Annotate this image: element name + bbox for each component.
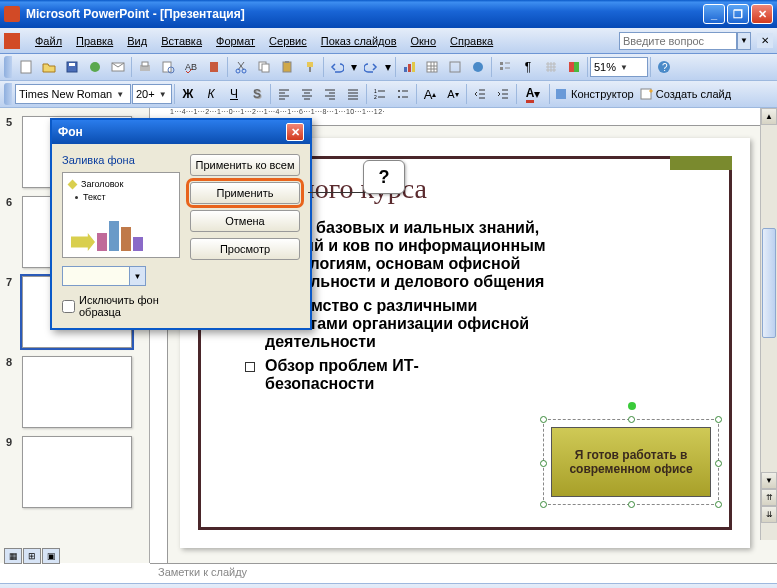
bold-icon[interactable]: Ж <box>177 83 199 105</box>
apply-all-button[interactable]: Применить ко всем <box>190 154 300 176</box>
new-icon[interactable] <box>15 56 37 78</box>
normal-view-button[interactable]: ▦ <box>4 548 22 564</box>
zoom-combo[interactable]: 51%▼ <box>590 57 648 77</box>
maximize-button[interactable]: ❐ <box>727 4 749 24</box>
copy-icon[interactable] <box>253 56 275 78</box>
svg-point-33 <box>398 90 400 92</box>
color-grayscale-icon[interactable] <box>563 56 585 78</box>
sorter-view-button[interactable]: ⊞ <box>23 548 41 564</box>
doc-close-button[interactable]: ✕ <box>757 33 773 48</box>
email-icon[interactable] <box>107 56 129 78</box>
help-search-input[interactable] <box>619 32 737 50</box>
format-painter-icon[interactable] <box>299 56 321 78</box>
window-title: Microsoft PowerPoint - [Презентация] <box>26 7 703 21</box>
fill-color-combo[interactable]: ▼ <box>62 266 146 286</box>
align-center-icon[interactable] <box>296 83 318 105</box>
align-right-icon[interactable] <box>319 83 341 105</box>
svg-text:?: ? <box>662 62 668 73</box>
font-size-combo[interactable]: 20+▼ <box>132 84 172 104</box>
notes-pane[interactable]: Заметки к слайду <box>150 563 777 583</box>
svg-rect-17 <box>307 62 313 67</box>
vertical-scrollbar[interactable]: ▲ ▼ ⇈ ⇊ <box>760 108 777 540</box>
menu-edit[interactable]: Правка <box>69 33 120 49</box>
question-tooltip: ? <box>363 160 405 194</box>
menu-format[interactable]: Формат <box>209 33 262 49</box>
scroll-thumb[interactable] <box>762 228 776 338</box>
redo-dropdown[interactable]: ▾ <box>383 56 393 78</box>
menu-tools[interactable]: Сервис <box>262 33 314 49</box>
underline-icon[interactable]: Ч <box>223 83 245 105</box>
font-name-combo[interactable]: Times New Roman▼ <box>15 84 131 104</box>
next-slide-button[interactable]: ⇊ <box>761 506 777 523</box>
bulleted-list-icon[interactable] <box>392 83 414 105</box>
show-grid-icon[interactable] <box>540 56 562 78</box>
help-icon[interactable]: ? <box>653 56 675 78</box>
minimize-button[interactable]: _ <box>703 4 725 24</box>
align-justify-icon[interactable] <box>342 83 364 105</box>
svg-point-24 <box>473 62 483 72</box>
align-left-icon[interactable] <box>273 83 295 105</box>
drawing-toolbar <box>0 583 777 588</box>
spellcheck-icon[interactable]: AB <box>180 56 202 78</box>
slideshow-view-button[interactable]: ▣ <box>42 548 60 564</box>
svg-rect-27 <box>569 62 574 72</box>
close-button[interactable]: ✕ <box>751 4 773 24</box>
svg-rect-10 <box>210 62 218 72</box>
decrease-font-icon[interactable]: A▾ <box>442 83 464 105</box>
increase-font-icon[interactable]: A▴ <box>419 83 441 105</box>
cut-icon[interactable] <box>230 56 252 78</box>
menu-insert[interactable]: Вставка <box>154 33 209 49</box>
svg-rect-35 <box>556 89 566 99</box>
menu-file[interactable]: Файл <box>28 33 69 49</box>
svg-rect-19 <box>404 67 407 72</box>
permission-icon[interactable] <box>84 56 106 78</box>
undo-icon[interactable] <box>326 56 348 78</box>
insert-table-icon[interactable] <box>421 56 443 78</box>
italic-icon[interactable]: К <box>200 83 222 105</box>
bullet-text: Обзор проблем ИТ-безопасности <box>265 357 465 393</box>
save-icon[interactable] <box>61 56 83 78</box>
shadow-icon[interactable]: S <box>246 83 268 105</box>
dialog-close-button[interactable]: ✕ <box>286 123 304 141</box>
print-preview-icon[interactable] <box>157 56 179 78</box>
svg-rect-15 <box>283 62 291 72</box>
redo-icon[interactable] <box>360 56 382 78</box>
research-icon[interactable] <box>203 56 225 78</box>
dialog-title: Фон <box>58 125 83 139</box>
open-icon[interactable] <box>38 56 60 78</box>
titlebar: Microsoft PowerPoint - [Презентация] _ ❐… <box>0 0 777 28</box>
decrease-indent-icon[interactable] <box>469 83 491 105</box>
exclude-master-checkbox[interactable]: Исключить фон образца <box>62 294 180 318</box>
menu-help[interactable]: Справка <box>443 33 500 49</box>
tables-borders-icon[interactable] <box>444 56 466 78</box>
menu-slideshow[interactable]: Показ слайдов <box>314 33 404 49</box>
increase-indent-icon[interactable] <box>492 83 514 105</box>
numbered-list-icon[interactable]: 12 <box>369 83 391 105</box>
menu-window[interactable]: Окно <box>404 33 444 49</box>
apply-button[interactable]: Применить <box>190 182 300 204</box>
fill-preview: Заголовок Текст <box>62 172 180 258</box>
cancel-button[interactable]: Отмена <box>190 210 300 232</box>
help-dropdown[interactable]: ▼ <box>737 32 751 50</box>
scroll-down-button[interactable]: ▼ <box>761 472 777 489</box>
paste-icon[interactable] <box>276 56 298 78</box>
insert-chart-icon[interactable] <box>398 56 420 78</box>
prev-slide-button[interactable]: ⇈ <box>761 489 777 506</box>
standard-toolbar: AB ▾ ▾ ¶ 51%▼ ? <box>0 54 777 81</box>
slide-callout-shape[interactable]: Я готов работать в современном офисе <box>551 427 711 497</box>
undo-dropdown[interactable]: ▾ <box>349 56 359 78</box>
print-icon[interactable] <box>134 56 156 78</box>
new-slide-button[interactable]: Создать слайд <box>637 87 733 101</box>
show-formatting-icon[interactable]: ¶ <box>517 56 539 78</box>
preview-button[interactable]: Просмотр <box>190 238 300 260</box>
slide-thumbnail[interactable] <box>22 356 132 428</box>
menu-view[interactable]: Вид <box>120 33 154 49</box>
font-color-icon[interactable]: A ▾ <box>519 83 547 105</box>
designer-button[interactable]: Конструктор <box>552 87 636 101</box>
doc-icon[interactable] <box>4 33 20 49</box>
dialog-titlebar[interactable]: Фон ✕ <box>52 120 310 144</box>
scroll-up-button[interactable]: ▲ <box>761 108 777 125</box>
insert-hyperlink-icon[interactable] <box>467 56 489 78</box>
slide-thumbnail[interactable] <box>22 436 132 508</box>
expand-all-icon[interactable] <box>494 56 516 78</box>
